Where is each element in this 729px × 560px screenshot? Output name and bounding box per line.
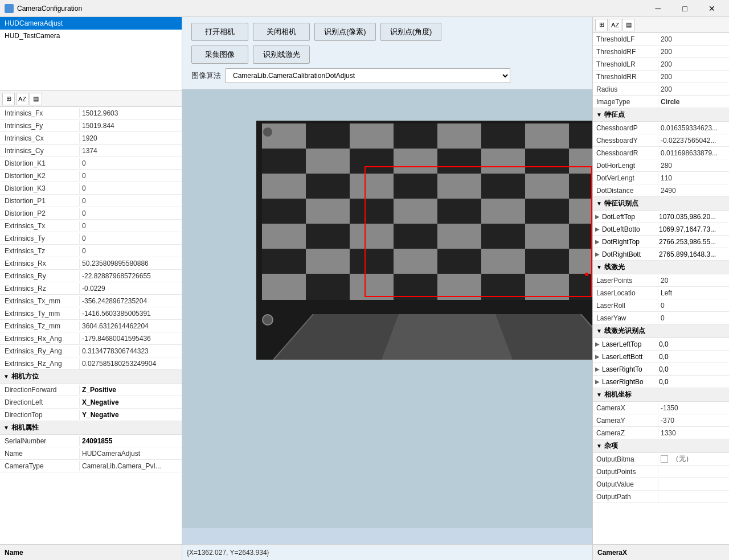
prop-value-k3[interactable]: 0 [80, 183, 182, 193]
identify-laser-button[interactable]: 识别线激光 [253, 46, 310, 64]
right-value-chessboardr[interactable]: 0.011698633879... [658, 148, 729, 158]
camera-item-hud-adjust[interactable]: HUDCameraAdjust [0, 17, 182, 30]
right-value-camerax[interactable]: -1350 [658, 403, 729, 413]
prop-row-erxang: Extrinsics_Rx_Ang -179.84680041595436 [0, 332, 182, 345]
prop-value-camname[interactable]: HUDCameraAdjust [80, 448, 182, 459]
section-toggle-props[interactable]: ▼ [3, 425, 9, 431]
sort-icon[interactable]: ⊞ [2, 93, 15, 105]
maximize-button[interactable]: □ [672, 0, 698, 17]
prop-name-camname: Name [0, 448, 80, 459]
right-az-icon[interactable]: AZ [609, 19, 621, 31]
section-laser-points[interactable]: ▼ 线激光识别点 [593, 324, 729, 338]
toggle-features[interactable]: ▼ [596, 112, 602, 118]
right-prop-dotrightbott[interactable]: ▶ DotRightBott 2765.899,1648.3... [593, 248, 729, 261]
right-value-thresholdrf[interactable]: 200 [658, 47, 729, 57]
prop-value-dleft[interactable]: X_Negative [80, 397, 182, 407]
close-camera-button[interactable]: 关闭相机 [253, 23, 310, 41]
prop-value-dfwd[interactable]: Z_Positive [80, 385, 182, 395]
right-value-cameraz[interactable]: 1330 [658, 428, 729, 438]
right-value-thresholdlr[interactable]: 200 [658, 59, 729, 69]
toggle-laser-points[interactable]: ▼ [596, 328, 602, 334]
prop-name-dleft: DirectionLeft [0, 397, 80, 407]
right-name-dotdistance: DotDistance [593, 186, 658, 196]
right-value-laseryaw[interactable]: 0 [658, 313, 729, 323]
right-prop-laserrighttop[interactable]: ▶ LaserRightTo 0,0 [593, 363, 729, 376]
prop-value-fx[interactable]: 15012.9603 [80, 108, 182, 118]
right-prop-dotlefttop[interactable]: ▶ DotLeftTop 1070.035,986.20... [593, 211, 729, 223]
right-prop-dotrighttop[interactable]: ▶ DotRightTop 2766.253,986.55... [593, 236, 729, 248]
right-filter-icon[interactable]: ▤ [622, 19, 635, 31]
section-features[interactable]: ▼ 特征点 [593, 108, 729, 122]
toggle-camera-coords[interactable]: ▼ [596, 392, 602, 398]
prop-value-serial[interactable]: 24091855 [80, 436, 182, 446]
right-value-thresholdrr[interactable]: 200 [658, 72, 729, 82]
output-bitmap-checkbox[interactable] [661, 455, 668, 463]
prop-value-etx[interactable]: 0 [80, 221, 182, 231]
prop-value-cx[interactable]: 1920 [80, 133, 182, 143]
right-prop-laserlefttop[interactable]: ▶ LaserLeftTop 0,0 [593, 338, 729, 351]
prop-value-etxmm[interactable]: -356.2428967235204 [80, 296, 182, 306]
prop-value-ery[interactable]: -22.828879685726655 [80, 271, 182, 281]
toggle-feature-points[interactable]: ▼ [596, 200, 602, 207]
right-value-laserroll[interactable]: 0 [658, 300, 729, 311]
capture-image-button[interactable]: 采集图像 [191, 46, 248, 64]
identify-angle-button[interactable]: 识别点(角度) [380, 23, 442, 41]
right-prop-laserleftbott[interactable]: ▶ LaserLeftBott 0,0 [593, 351, 729, 363]
prop-value-p1[interactable]: 0 [80, 196, 182, 206]
right-value-radius[interactable]: 200 [658, 84, 729, 94]
right-value-chessboardp[interactable]: 0.016359334623... [658, 123, 729, 133]
right-value-outputpath[interactable] [658, 496, 729, 498]
prop-value-fy[interactable]: 15019.844 [80, 121, 182, 131]
filter-icon[interactable]: ▤ [30, 93, 42, 105]
prop-value-etymm[interactable]: -1416.5603385005391 [80, 308, 182, 319]
prop-value-cy[interactable]: 1374 [80, 146, 182, 156]
prop-value-p2[interactable]: 0 [80, 208, 182, 219]
chessboard-svg [262, 123, 592, 300]
section-camera-props[interactable]: ▼ 相机属性 [0, 421, 182, 435]
toggle-misc[interactable]: ▼ [596, 443, 602, 449]
prop-value-etzmm[interactable]: 3604.6312614462204 [80, 321, 182, 331]
section-camera-coords[interactable]: ▼ 相机坐标 [593, 388, 729, 402]
section-feature-points[interactable]: ▼ 特征识别点 [593, 197, 729, 211]
prop-value-erxang[interactable]: -179.84680041595436 [80, 333, 182, 344]
right-value-imagetype[interactable]: Circle [658, 97, 729, 107]
svg-rect-16 [569, 149, 592, 174]
section-misc[interactable]: ▼ 杂项 [593, 439, 729, 453]
right-value-laserpoints[interactable]: 20 [658, 275, 729, 286]
prop-value-k1[interactable]: 0 [80, 158, 182, 168]
prop-value-eryang[interactable]: 0.3134778306744323 [80, 346, 182, 356]
az-icon[interactable]: AZ [16, 93, 28, 105]
prop-value-erx[interactable]: 50.235809895580886 [80, 258, 182, 269]
right-value-laserlocation[interactable]: Left [658, 288, 729, 298]
prop-value-camtype[interactable]: CameraLib.Camera_PvI... [80, 461, 182, 471]
right-sort-icon[interactable]: ⊞ [595, 19, 608, 31]
toggle-laser[interactable]: ▼ [596, 264, 602, 270]
minimize-button[interactable]: ─ [645, 0, 671, 17]
svg-rect-34 [306, 224, 350, 249]
algo-select[interactable]: CameraLib.CameraCalibrationDotAdjust [226, 68, 510, 83]
prop-value-k2[interactable]: 0 [80, 171, 182, 181]
right-value-chessboardy[interactable]: -0.02237565042... [658, 135, 729, 146]
right-value-outputvalue[interactable] [658, 483, 729, 485]
open-camera-button[interactable]: 打开相机 [191, 23, 248, 41]
section-laser[interactable]: ▼ 线激光 [593, 261, 729, 274]
section-camera-direction[interactable]: ▼ 相机方位 [0, 370, 182, 384]
close-button[interactable]: ✕ [699, 0, 724, 17]
right-prop-laserrightbo[interactable]: ▶ LaserRightBo 0,0 [593, 376, 729, 388]
right-value-thresholdlf[interactable]: 200 [658, 34, 729, 44]
section-toggle-direction[interactable]: ▼ [3, 373, 9, 380]
right-value-cameray[interactable]: -370 [658, 415, 729, 426]
prop-value-erzang[interactable]: 0.027585180253249904 [80, 359, 182, 369]
right-value-dothorlengt[interactable]: 280 [658, 160, 729, 171]
identify-pixel-button[interactable]: 识别点(像素) [314, 23, 376, 41]
right-value-outputpoints[interactable] [658, 471, 729, 473]
prop-value-dtop[interactable]: Y_Negative [80, 410, 182, 420]
right-value-dotverlengt[interactable]: 110 [658, 173, 729, 183]
right-name-laserpoints: LaserPoints [593, 275, 658, 286]
right-prop-dotleftbotto[interactable]: ▶ DotLeftBotto 1069.97,1647.73... [593, 223, 729, 236]
right-value-dotdistance[interactable]: 2490 [658, 186, 729, 196]
camera-item-hud-test[interactable]: HUD_TestCamera [0, 30, 182, 42]
prop-value-ety[interactable]: 0 [80, 233, 182, 244]
prop-value-erz[interactable]: -0.0229 [80, 283, 182, 294]
prop-value-etz[interactable]: 0 [80, 246, 182, 256]
